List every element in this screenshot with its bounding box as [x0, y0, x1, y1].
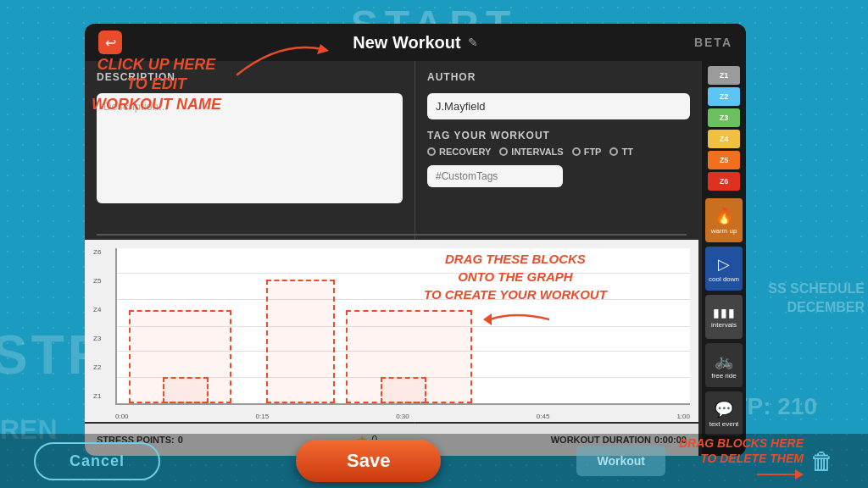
custom-tags-input[interactable] [427, 165, 563, 187]
back-icon: ↩ [105, 35, 116, 51]
zone-sidebar: Z1 Z2 Z3 Z4 Z5 Z6 🔥 warm up ▷ cool down … [702, 61, 746, 456]
textevent-block[interactable]: 💬 text event [705, 391, 743, 435]
zone-bar-z3: Z3 [708, 108, 740, 127]
annotation-arrow-edit [229, 32, 331, 83]
modal-title-container: New Workout ✎ [353, 33, 477, 53]
y-label-z5: Z5 [93, 277, 114, 285]
modal-title: New Workout [353, 33, 460, 53]
cancel-button[interactable]: Cancel [34, 442, 160, 480]
tag-recovery[interactable]: RECOVERY [427, 147, 491, 157]
svg-marker-0 [317, 44, 329, 54]
x-label-15: 0:15 [256, 413, 270, 420]
tag-ftp-label: FTP [584, 147, 602, 157]
delete-zone: DRAG BLOCKS HERE TO DELETE THEM 🗑 [679, 435, 834, 487]
tag-tt[interactable]: TT [609, 147, 632, 157]
save-button[interactable]: Save [296, 440, 441, 482]
warmup-block[interactable]: 🔥 warm up [705, 198, 743, 242]
delete-icon[interactable]: 🗑 [810, 447, 834, 475]
y-label-z1: Z1 [93, 392, 114, 400]
workout-block-5[interactable] [381, 377, 426, 403]
zone-bar-z4: Z4 [708, 130, 740, 148]
warmup-label: warm up [711, 227, 737, 235]
right-actions: Workout DRAG BLOCKS HERE TO DELETE THEM … [576, 435, 834, 487]
freeride-block[interactable]: 🚲 free ride [705, 343, 743, 387]
bg-right-text: SS SCHEDULEDECEMBER [768, 280, 868, 318]
tag-ftp[interactable]: FTP [572, 147, 602, 157]
x-label-60: 1:00 [676, 413, 690, 420]
svg-marker-2 [795, 469, 804, 480]
beta-label: BETA [694, 36, 732, 49]
cooldown-block[interactable]: ▷ cool down [705, 247, 743, 291]
radio-tt [609, 147, 618, 156]
y-label-z6: Z6 [93, 248, 114, 256]
annotation-drag: DRAG THESE BLOCKS ONTO THE GRAPH TO CREA… [424, 250, 607, 336]
author-input[interactable] [427, 93, 690, 119]
tag-tt-label: TT [621, 147, 632, 157]
back-button[interactable]: ↩ [98, 30, 122, 54]
x-label-30: 0:30 [396, 413, 409, 420]
zone-bar-z2: Z2 [708, 87, 740, 106]
y-label-z2: Z2 [93, 363, 114, 371]
y-label-z3: Z3 [93, 335, 114, 342]
bottom-bar: Cancel Save Workout DRAG BLOCKS HERE TO … [0, 434, 868, 488]
graph-y-axis: Z1 Z2 Z3 Z4 Z5 Z6 [93, 245, 114, 403]
tag-label: TAG YOUR WORKOUT [427, 130, 690, 141]
y-label-z4: Z4 [93, 306, 114, 313]
workout-block-3[interactable] [266, 280, 335, 403]
workout-button[interactable]: Workout [576, 446, 665, 476]
zone-bar-z6: Z6 [708, 172, 740, 191]
cooldown-label: cool down [709, 275, 739, 283]
radio-ftp [572, 147, 581, 156]
graph-x-axis: 0:00 0:15 0:30 0:45 1:00 [115, 413, 690, 420]
intervals-block[interactable]: ▮▮▮ intervals [705, 295, 743, 339]
x-label-45: 0:45 [537, 413, 550, 420]
workout-block-2[interactable] [163, 377, 209, 403]
delete-annotation: DRAG BLOCKS HERE TO DELETE THEM [679, 435, 804, 487]
author-label: AUTHOR [427, 71, 690, 83]
tag-intervals-label: INTERVALS [511, 147, 563, 157]
svg-marker-1 [483, 313, 492, 325]
tag-section: TAG YOUR WORKOUT RECOVERY INTERVALS FTP [427, 130, 690, 187]
annotation-edit: CLICK UP HERE TO EDIT WORKOUT NAME [92, 55, 221, 114]
title-edit-icon[interactable]: ✎ [468, 36, 478, 49]
tag-recovery-label: RECOVERY [439, 147, 491, 157]
tag-intervals[interactable]: INTERVALS [499, 147, 563, 157]
x-label-0: 0:00 [115, 413, 129, 420]
tag-options: RECOVERY INTERVALS FTP TT [427, 147, 690, 187]
zone-bar-z5: Z5 [708, 151, 740, 169]
textevent-label: text event [709, 420, 739, 428]
radio-recovery [427, 147, 436, 156]
divider [97, 234, 687, 236]
intervals-label: intervals [711, 321, 737, 329]
freeride-label: free ride [711, 372, 736, 380]
radio-intervals [499, 147, 508, 156]
zone-bar-z1: Z1 [708, 66, 740, 85]
